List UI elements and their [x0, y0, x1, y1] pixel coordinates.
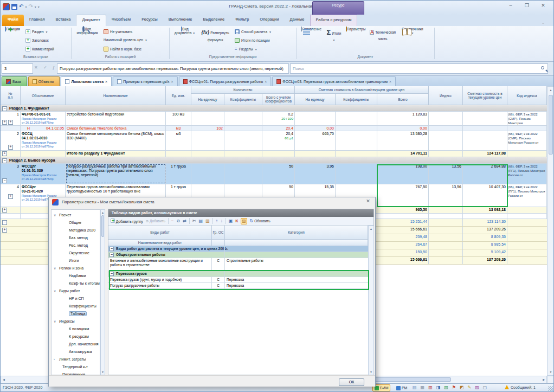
works-table-scrollbar[interactable]: ▲ ▼ [368, 226, 374, 375]
minimize-button[interactable]: – [504, 1, 518, 10]
ribbon-tab[interactable]: Выделение [197, 15, 230, 26]
maximize-button[interactable]: ❐ [520, 1, 534, 10]
works-table-row[interactable]: Бетонные и железобетонные монолитные кон… [108, 258, 368, 271]
sections-button[interactable]: ≡Разделы▼ [235, 47, 257, 52]
works-table-row[interactable]: − Общестроительные работы [108, 252, 368, 258]
tree-item[interactable]: Коэф-ты к итогам [51, 279, 100, 287]
insert-section-button[interactable]: Раздел▼ [25, 29, 48, 34]
tree-item[interactable]: Методика 2020 [51, 226, 100, 234]
document-tab[interactable]: Локальная смета × [61, 76, 112, 86]
status-icon[interactable]: ▧ [444, 385, 448, 390]
tab-close-icon[interactable]: × [171, 80, 173, 83]
reference-books-button[interactable]: Справочники▼ [398, 27, 427, 35]
ribbon-tab[interactable]: Операции [254, 15, 284, 26]
add-button[interactable]: ⊕ Добавить [146, 219, 165, 223]
grid-row-resource[interactable]: Н04.1.02.05 Смеси бетонные тяжелого бето… [1, 126, 547, 131]
parameters-button[interactable]: Параметры [344, 27, 367, 31]
delete-icon[interactable]: − [171, 219, 174, 224]
status-icon[interactable]: ▦ [421, 385, 425, 390]
section-row-2[interactable]: − Раздел 2. Вывоз мусора [1, 157, 547, 164]
works-table-row[interactable]: − Виды работ для расчета в текущем уровн… [108, 246, 368, 252]
expand-icon[interactable]: + [2, 151, 7, 156]
collapse-icon[interactable]: − [2, 158, 7, 163]
insert-heading-button[interactable]: Заголовок [25, 38, 49, 43]
expand-icon[interactable]: − [2, 220, 7, 225]
technical-part-button[interactable]: A Техническаячасть [368, 27, 397, 41]
k-coefficient-icon[interactable]: К [235, 219, 238, 224]
ok-button[interactable]: ОК [339, 378, 364, 386]
tree-item[interactable]: К позициям [51, 325, 100, 332]
collapse-icon[interactable]: − [2, 178, 7, 183]
expand-formulas-button[interactable]: {fx} Развернутьформулы [200, 27, 230, 42]
grid-vertical-scrollbar[interactable]: ▲ ▼ [547, 86, 554, 376]
document-view-button[interactable]: Виддокумента ▼ [172, 27, 198, 35]
tree-item[interactable]: НР и СП [51, 294, 100, 302]
copy-icon[interactable]: ▤ [199, 219, 203, 224]
find-in-base-button[interactable]: Найти в норм. базе [104, 47, 141, 52]
clear-icon[interactable]: ⊘ [176, 219, 180, 224]
ribbon-tab[interactable]: Файл [2, 15, 24, 26]
status-icon[interactable]: ▢ [483, 385, 487, 390]
tree-item[interactable]: Баз. метод [51, 234, 100, 241]
tree-item[interactable]: Округление [51, 249, 100, 256]
tab-close-icon[interactable]: × [389, 80, 391, 83]
tree-item[interactable]: ∨ Индексы [51, 317, 100, 325]
paste-icon[interactable]: ▥ [205, 219, 210, 224]
ribbon-tab[interactable]: Данные [284, 15, 310, 26]
tree-item[interactable]: Общие [51, 219, 100, 226]
tree-item[interactable]: ∨ Виды работ [51, 287, 100, 294]
status-icon[interactable]: ▨ [475, 385, 479, 390]
ribbon-tab[interactable]: Документ [76, 15, 106, 26]
refresh-button[interactable]: ↻ Обновить [250, 219, 270, 224]
tree-item[interactable]: Рес. метод [51, 241, 100, 249]
ribbon-tab[interactable]: Работа с ресурсом [310, 15, 358, 26]
move-down-icon[interactable]: ↓ [221, 219, 223, 224]
initial-price-level-button[interactable]: Начальный уровень цен▼ [104, 38, 147, 42]
tree-item[interactable]: К ресурсам [51, 332, 100, 340]
ribbon-tab[interactable]: Фильтр [230, 15, 254, 26]
close-button[interactable]: ✕ [536, 1, 550, 10]
rm-mode-chip[interactable]: РМ [395, 384, 409, 391]
toc-button[interactable]: Оглавление [299, 27, 324, 31]
cut-icon[interactable]: ✂ [192, 219, 196, 224]
grid-row-item2[interactable]: 2 + ФССЦ04.1.02.01-0010Приказ Минстроя Р… [1, 131, 547, 151]
formula-input[interactable]: Погрузо-разгрузочные работы при автомоби… [57, 63, 289, 74]
expand-icon[interactable]: + [8, 120, 13, 125]
folder-icon[interactable]: ▨ [241, 218, 247, 224]
document-tab[interactable]: Примеры к перевозке.gsfx × [113, 76, 177, 86]
ribbon-tab[interactable]: Ресурсы [136, 15, 163, 26]
messages-indicator[interactable]: Сообщений: 1 [505, 385, 536, 389]
status-icon[interactable]: ▥ [428, 385, 433, 390]
expand-icon[interactable]: + [2, 120, 7, 125]
grid-row-item1[interactable]: 1 + + ФЕР06-01-001-01Приказ Минстроя Рос… [1, 112, 547, 126]
cell-reference-box[interactable]: 3 [2, 63, 33, 74]
position-button[interactable]: + Позиция [2, 27, 23, 31]
totals-button[interactable]: Σ Итоги▼ [325, 27, 343, 42]
checkbox-icon[interactable]: ▣ [229, 219, 233, 224]
add-group-button[interactable]: Добавить группу [111, 219, 143, 223]
insert-comment-button[interactable]: Комментарий [25, 47, 54, 52]
dialog-close-icon[interactable]: ✕ [363, 198, 373, 206]
tree-scrollbar[interactable]: ▲ ▼ [100, 209, 105, 375]
tree-item[interactable]: Итоги [51, 256, 100, 264]
tree-item[interactable]: ∨ Расчет [51, 211, 100, 219]
ribbon-tab[interactable]: Выполнение [163, 15, 198, 26]
resize-grip[interactable] [548, 386, 553, 391]
status-icon[interactable]: ◩ [460, 385, 464, 390]
grid-row-total1[interactable]: + Итого по разделу 1 Фундамент 14 701,11… [1, 151, 547, 157]
collapse-icon[interactable]: − [2, 106, 7, 111]
search-input[interactable]: Поиск [290, 63, 548, 74]
move-up-icon[interactable]: ↑ [216, 219, 218, 224]
document-tab[interactable]: Объекты [28, 76, 60, 86]
tree-item[interactable]: Коэффициенты [51, 302, 100, 310]
document-tab[interactable]: ФССЦпг03. Перевозка грузов автомобильным… [272, 76, 396, 86]
replace-icon[interactable]: ⇄ [183, 219, 186, 224]
document-tab[interactable]: База [2, 76, 27, 86]
calc-method-button[interactable]: Способ расчета▼ [235, 29, 272, 34]
tab-close-icon[interactable]: × [265, 80, 267, 83]
status-icon[interactable]: ✎ [468, 385, 472, 390]
expand-icon[interactable]: + [8, 194, 13, 199]
status-icon[interactable]: ◨ [436, 385, 441, 390]
extra-info-button[interactable]: Доп.информация [73, 27, 101, 35]
ribbon-tab[interactable]: Главная [24, 15, 50, 26]
